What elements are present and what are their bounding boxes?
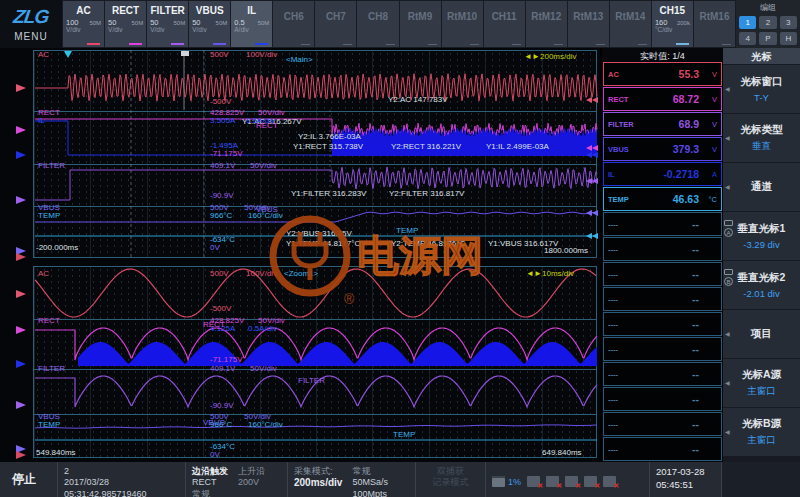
trace — [16, 401, 26, 409]
channel-color-bar — [470, 44, 479, 45]
channel-color-bar — [343, 44, 352, 45]
main_view-y2_filter: Y2:FILTER 316.817V — [389, 190, 464, 198]
chevron-left-icon: ◀ — [725, 85, 730, 92]
readout-row-empty: ------ — [603, 387, 722, 411]
channel-tab-label: VBUS — [192, 5, 227, 16]
channel-tab-RtM9[interactable]: RtM9 — [400, 1, 441, 47]
group-button-1[interactable]: 1 — [739, 16, 756, 29]
readout-unit: °C — [699, 195, 721, 204]
sidebar-item-value: -3.29 div — [743, 239, 779, 250]
readout-name: ---- — [604, 420, 644, 429]
channel-color-bar — [386, 44, 395, 45]
main_view-ch_filter-max: 409.1V — [210, 162, 235, 170]
channel-tab-RECT[interactable]: RECT5050MV/div — [105, 1, 146, 47]
zoom_view-ch_ac-name: AC — [38, 270, 49, 278]
group-button-2[interactable]: 2 — [759, 16, 776, 29]
group-button-4[interactable]: 4 — [739, 32, 756, 45]
sidebar-item-3[interactable]: ◀通道 — [723, 163, 800, 211]
acquire-info[interactable]: 采集模式: 200ms/div 常规 50MSa/s 100Mpts — [288, 462, 416, 497]
channel-tab-label: RECT — [108, 5, 143, 16]
storage-icon — [492, 476, 505, 487]
sidebar-item-label: 光标A源 — [742, 368, 781, 382]
channel-bandwidth: 50M — [174, 20, 186, 26]
channel-tab-CH7[interactable]: CH7 — [315, 1, 356, 47]
channel-tab-label: CH8 — [360, 11, 395, 22]
zoom_view-ch_rect-name: RECT — [38, 317, 60, 325]
channel-tab-label: CH6 — [276, 11, 311, 22]
chevron-left-icon: ◀ — [725, 428, 730, 435]
channel-tab-VBUS[interactable]: VBUS5050MV/div — [189, 1, 230, 47]
zoom_view-trace_rect: RECT — [203, 321, 225, 329]
readout-name: VBUS — [604, 145, 644, 154]
wifi-icon: ✕ — [603, 476, 616, 487]
channel-tab-CH8[interactable]: CH8 — [357, 1, 398, 47]
sidebar-item-5[interactable]: B垂直光标2-2.01 div — [723, 261, 800, 309]
channel-color-bar — [596, 44, 605, 45]
badge-B-icon: B — [724, 277, 733, 286]
readout-value: 68.9 — [644, 118, 699, 130]
clock-date: 2017-03-28 — [656, 465, 715, 478]
channel-tab-IL[interactable]: IL0.550MA/div — [231, 1, 272, 47]
sidebar-item-7[interactable]: ◀光标A源主窗口 — [723, 359, 800, 407]
main-window-plot[interactable] — [33, 50, 597, 258]
readout-rows: AC55.3VRECT68.72VFILTER68.9VVBUS379.3VIL… — [602, 62, 723, 461]
zoom_view-ch_rect-min: -71.175V — [210, 356, 242, 364]
group-button-H[interactable]: H — [780, 32, 797, 45]
sidebar-item-4[interactable]: A垂直光标1-3.29 div — [723, 212, 800, 260]
main_view-ch_temp-name: TEMP — [38, 212, 60, 220]
readout-row-VBUS: VBUS379.3V — [603, 137, 722, 161]
menu-button[interactable]: MENU — [0, 31, 62, 42]
group-button-P[interactable]: P — [759, 32, 776, 45]
readout-name: ---- — [604, 220, 644, 229]
zoom-window-plot[interactable] — [33, 266, 597, 458]
readout-name: ---- — [604, 370, 644, 379]
channel-tab-RtM10[interactable]: RtM10 — [442, 1, 483, 47]
readout-value: -- — [644, 368, 699, 380]
channel-tab-RtM13[interactable]: RtM13 — [568, 1, 609, 47]
knob-icon — [724, 220, 733, 226]
error-x-icon: ✕ — [556, 482, 562, 490]
channel-tab-CH11[interactable]: CH11 — [484, 1, 525, 47]
readout-value: 46.63 — [644, 193, 699, 205]
printer-icon: ✕ — [527, 476, 540, 487]
channel-color-bar — [87, 43, 100, 45]
group-label: 编组 — [739, 2, 797, 13]
channel-tab-label: AC — [66, 5, 101, 16]
acquire-label: 采集模式: — [294, 466, 342, 477]
channel-tab-CH6[interactable]: CH6 — [273, 1, 314, 47]
channel-tab-label: RtM14 — [613, 11, 648, 22]
trigger-level: 200V — [238, 477, 265, 488]
main_view-title: <Main> — [286, 56, 313, 64]
channel-tab-label: IL — [234, 5, 269, 16]
sample-rate: 50MSa/s — [352, 477, 388, 488]
readout-value: -- — [644, 243, 699, 255]
channel-color-bar — [129, 43, 142, 45]
sidebar-item-6[interactable]: ◀项目 — [723, 310, 800, 358]
trigger-info[interactable]: 边沿触发 RECT 常规 上升沿 200V — [186, 462, 288, 497]
memory-depth: 100Mpts — [352, 489, 388, 497]
sidebar-item-2[interactable]: ◀光标类型垂直 — [723, 114, 800, 162]
group-button-3[interactable]: 3 — [780, 16, 797, 29]
channel-tab-AC[interactable]: AC10050MV/div — [63, 1, 104, 47]
channel-tab-CH15[interactable]: CH15160200k°C/div — [652, 1, 693, 47]
channel-tab-RtM14[interactable]: RtM14 — [610, 1, 651, 47]
channel-tab-label: CH11 — [487, 11, 522, 22]
readout-value: -- — [644, 418, 699, 430]
acquisition-timestamp: 2 2017/03/28 05:31:42.985719460 — [58, 462, 186, 497]
sequence-number: 2 — [64, 466, 179, 477]
sidebar-item-8[interactable]: ◀光标B源主窗口 — [723, 408, 800, 456]
sidebar-item-1[interactable]: ◀光标窗口T-Y — [723, 65, 800, 113]
channel-unit: A/div — [234, 27, 269, 34]
logo-block[interactable]: ZLG MENU — [0, 0, 62, 48]
channel-color-bar — [213, 43, 226, 45]
channel-tab-RtM12[interactable]: RtM12 — [526, 1, 567, 47]
run-state[interactable]: 停止 — [0, 462, 58, 497]
acquire-mode: 常规 — [352, 466, 388, 477]
trigger-edge: 上升沿 — [238, 466, 265, 477]
chevron-left-icon: ◀ — [725, 134, 730, 141]
channel-tab-FILTER[interactable]: FILTER5050MV/div — [147, 1, 188, 47]
readout-name: ---- — [604, 295, 644, 304]
channel-tab-RtM16[interactable]: RtM16 — [694, 1, 735, 47]
zoom_view-ch_temp-name: TEMP — [38, 421, 60, 429]
main_view-ch_ac-max: 500V — [210, 51, 229, 59]
